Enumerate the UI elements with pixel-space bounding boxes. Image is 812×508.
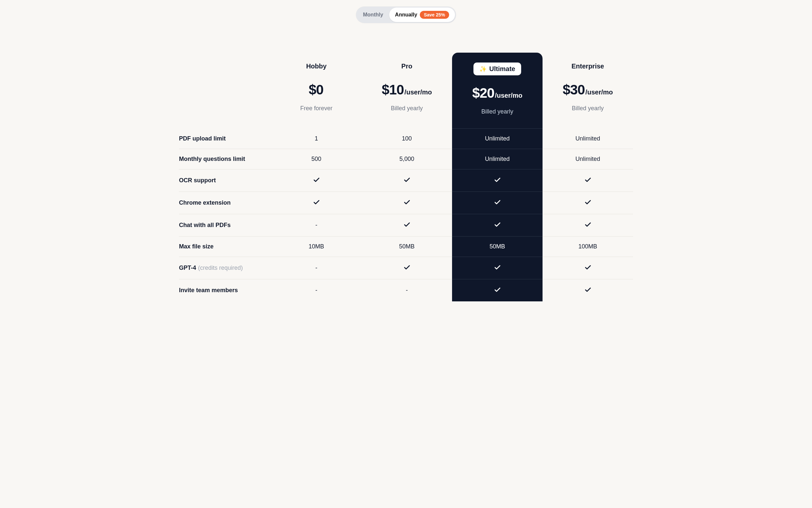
plan-name: Ultimate — [489, 65, 515, 73]
plan-price-line: $20 /user/mo — [455, 85, 539, 101]
feature-cell — [271, 192, 361, 214]
feature-label: Chat with all PDFs — [179, 214, 271, 236]
save-badge: Save 25% — [420, 11, 449, 19]
feature-cell: - — [271, 257, 361, 279]
plan-note: Billed yearly — [365, 105, 449, 112]
plan-name: Pro — [365, 62, 449, 70]
check-icon — [584, 176, 592, 185]
feature-cell: Unlimited — [543, 149, 633, 169]
feature-cell — [452, 169, 543, 192]
sparkles-icon: ✨ — [479, 66, 486, 73]
feature-cell: - — [361, 279, 452, 301]
feature-cell: 100MB — [543, 236, 633, 257]
plan-per: /user/mo — [585, 88, 613, 96]
plan-per: /user/mo — [495, 92, 522, 99]
pricing-grid: Hobby $0 Free forever Pro $10 /user/mo B… — [179, 53, 633, 301]
plan-price: $0 — [309, 82, 324, 98]
billing-monthly-option[interactable]: Monthly — [357, 8, 389, 21]
feature-label: PDF upload limit — [179, 128, 271, 149]
feature-cell: 10MB — [271, 236, 361, 257]
check-icon — [584, 199, 592, 207]
feature-label: Invite team members — [179, 279, 271, 301]
feature-cell: Unlimited — [452, 128, 543, 149]
feature-label: Chrome extension — [179, 192, 271, 214]
check-icon — [584, 263, 592, 272]
feature-cell — [543, 279, 633, 301]
feature-cell — [543, 257, 633, 279]
billing-toggle: Monthly Annually Save 25% — [5, 7, 807, 23]
feature-label: Max file size — [179, 236, 271, 257]
ultimate-pill: ✨ Ultimate — [473, 62, 521, 75]
plan-header-hobby: Hobby $0 Free forever — [271, 53, 361, 128]
plan-price: $10 — [382, 82, 404, 98]
feature-cell — [452, 279, 543, 301]
check-icon — [494, 286, 501, 295]
plan-price: $20 — [472, 85, 494, 101]
billing-annually-label: Annually — [395, 12, 418, 18]
feature-cell — [543, 169, 633, 192]
check-icon — [403, 199, 411, 207]
plan-price-line: $0 — [274, 82, 358, 98]
feature-cell: 50MB — [452, 236, 543, 257]
check-icon — [494, 199, 501, 207]
check-icon — [584, 286, 592, 295]
feature-cell: - — [271, 214, 361, 236]
plan-name: Enterprise — [546, 62, 630, 70]
feature-cell — [361, 192, 452, 214]
feature-label: GPT-4(credits required) — [179, 257, 271, 279]
plan-price-line: $10 /user/mo — [365, 82, 449, 98]
plan-note: Billed yearly — [455, 108, 539, 115]
check-icon — [403, 221, 411, 230]
check-icon — [313, 199, 320, 207]
feature-cell — [452, 257, 543, 279]
feature-label: OCR support — [179, 169, 271, 192]
check-icon — [403, 263, 411, 272]
feature-cell — [271, 169, 361, 192]
check-icon — [494, 221, 501, 230]
plan-price: $30 — [563, 82, 585, 98]
billing-annually-option[interactable]: Annually Save 25% — [389, 8, 455, 22]
plan-name: Hobby — [274, 62, 358, 70]
feature-label: Monthly questions limit — [179, 149, 271, 169]
plan-header-ultimate: ✨ Ultimate $20 /user/mo Billed yearly — [452, 53, 543, 128]
check-icon — [313, 176, 320, 185]
check-icon — [584, 221, 592, 230]
feature-cell — [361, 257, 452, 279]
feature-cell — [452, 214, 543, 236]
feature-cell: 50MB — [361, 236, 452, 257]
feature-cell: 5,000 — [361, 149, 452, 169]
plan-header-enterprise: Enterprise $30 /user/mo Billed yearly — [543, 53, 633, 128]
feature-cell: - — [271, 279, 361, 301]
feature-cell — [452, 192, 543, 214]
feature-cell: Unlimited — [543, 128, 633, 149]
check-icon — [494, 263, 501, 272]
billing-toggle-group: Monthly Annually Save 25% — [356, 7, 456, 23]
plan-header-pro: Pro $10 /user/mo Billed yearly — [361, 53, 452, 128]
feature-cell — [361, 169, 452, 192]
feature-cell: 500 — [271, 149, 361, 169]
feature-cell: Unlimited — [452, 149, 543, 169]
feature-cell — [361, 214, 452, 236]
feature-cell: 100 — [361, 128, 452, 149]
plan-per: /user/mo — [404, 88, 432, 96]
check-icon — [403, 176, 411, 185]
plan-price-line: $30 /user/mo — [546, 82, 630, 98]
check-icon — [494, 176, 501, 185]
plan-note: Free forever — [274, 105, 358, 112]
feature-cell — [543, 214, 633, 236]
feature-cell — [543, 192, 633, 214]
feature-cell: 1 — [271, 128, 361, 149]
plan-note: Billed yearly — [546, 105, 630, 112]
